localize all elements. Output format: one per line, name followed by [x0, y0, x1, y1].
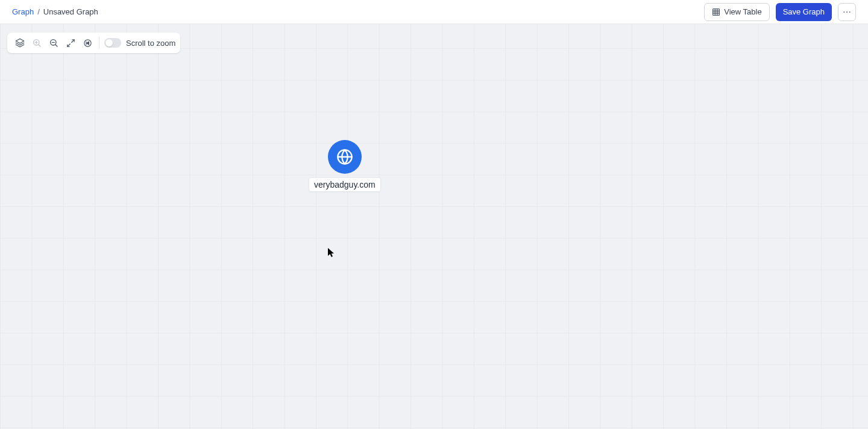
layers-button[interactable] [12, 35, 28, 51]
zoom-out-button[interactable] [46, 35, 61, 51]
scroll-zoom-toggle-wrap: Scroll to zoom [103, 38, 175, 48]
canvas-toolbar: Scroll to zoom [7, 33, 180, 53]
reset-view-button[interactable] [80, 35, 95, 51]
node-label: verybadguy.com [309, 177, 381, 192]
scroll-zoom-toggle[interactable] [104, 38, 121, 48]
toolbar-separator [99, 37, 99, 49]
skip-back-icon [83, 39, 92, 48]
svg-line-14 [55, 45, 57, 46]
breadcrumb-root-link[interactable]: Graph [12, 7, 34, 16]
graph-canvas[interactable]: Scroll to zoom verybadguy.com [0, 24, 868, 429]
breadcrumb-current: Unsaved Graph [43, 7, 98, 16]
breadcrumb: Graph / Unsaved Graph [12, 7, 98, 16]
svg-marker-19 [86, 42, 89, 45]
node-circle [328, 140, 362, 174]
view-table-label: View Table [724, 7, 761, 16]
cursor-icon [328, 248, 335, 258]
svg-line-16 [71, 39, 74, 42]
svg-line-10 [39, 45, 40, 46]
zoom-out-icon [49, 38, 58, 48]
scroll-zoom-label: Scroll to zoom [126, 39, 175, 48]
toggle-knob [105, 39, 113, 46]
layers-icon [14, 37, 25, 48]
globe-icon [336, 148, 353, 165]
breadcrumb-separator: / [37, 7, 40, 16]
svg-rect-0 [713, 8, 720, 15]
more-horizontal-icon [842, 7, 852, 17]
header-actions: View Table Save Graph [704, 3, 856, 21]
page-header: Graph / Unsaved Graph View Table Save Gr… [0, 0, 868, 24]
fit-view-button[interactable] [63, 35, 78, 51]
svg-point-5 [843, 11, 844, 12]
view-table-button[interactable]: View Table [704, 3, 769, 21]
svg-point-7 [849, 11, 851, 12]
save-graph-button[interactable]: Save Graph [776, 3, 832, 21]
zoom-in-icon [32, 38, 42, 48]
svg-line-17 [67, 43, 69, 46]
table-icon [712, 8, 720, 16]
save-graph-label: Save Graph [783, 7, 825, 16]
expand-icon [66, 39, 75, 48]
graph-node[interactable]: verybadguy.com [309, 140, 381, 192]
svg-point-6 [846, 11, 848, 12]
more-options-button[interactable] [838, 3, 856, 21]
zoom-in-button[interactable] [29, 35, 45, 51]
svg-marker-8 [16, 39, 24, 43]
